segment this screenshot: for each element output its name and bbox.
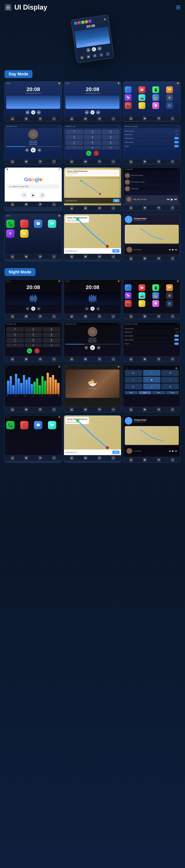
day-bt-call-nav-2[interactable]: ☎ bbox=[84, 160, 87, 163]
night-apps-nav-3[interactable]: 🗺 bbox=[157, 314, 161, 318]
day-toggle-auto-answer[interactable] bbox=[174, 137, 179, 139]
hero-app-icon-3[interactable] bbox=[81, 21, 85, 24]
day-nav-item-2b[interactable]: ☎ bbox=[84, 117, 87, 121]
night-nav-item-2a[interactable]: 📻 bbox=[70, 314, 74, 318]
day-toggle-power[interactable] bbox=[174, 145, 179, 147]
night-nav-nav-2[interactable]: ☎ bbox=[143, 458, 147, 462]
day-map-nav-4[interactable]: ⚙ bbox=[111, 206, 115, 210]
night-next-1[interactable]: ⏭ bbox=[37, 307, 41, 311]
day-dial-hash[interactable]: # bbox=[102, 146, 120, 150]
day-dial-7[interactable]: 7PQRS bbox=[65, 141, 83, 145]
night-apps-nav-1[interactable]: 📻 bbox=[129, 314, 133, 318]
night-food-nav-1[interactable]: 📻 bbox=[70, 408, 74, 411]
night-carplay-nav-1[interactable]: 📻 bbox=[10, 456, 14, 460]
night-arrow-right[interactable]: → bbox=[161, 377, 179, 383]
day-go-button[interactable]: GO bbox=[113, 199, 120, 202]
night-carplay-nav-3[interactable]: 🗺 bbox=[38, 456, 42, 460]
night-app-icon-2[interactable]: ☎ bbox=[138, 284, 146, 291]
menu-icon[interactable] bbox=[4, 4, 12, 11]
hero-next-btn[interactable]: ⏭ bbox=[97, 46, 102, 51]
night-arrow-down-right[interactable]: ↘ bbox=[161, 383, 179, 390]
app-icon-3[interactable]: 📱 bbox=[152, 86, 159, 93]
night-app-icon-10[interactable]: ⭐ bbox=[138, 300, 146, 307]
carplay-app-phone[interactable]: 📞 bbox=[6, 220, 15, 228]
night-app-icon-4[interactable]: 🗺 bbox=[166, 284, 173, 291]
day-dial-3[interactable]: 3DEF bbox=[102, 129, 120, 134]
night-call-btn[interactable]: 📞 bbox=[27, 348, 32, 353]
night-nav-nav-3[interactable]: 🗺 bbox=[157, 458, 161, 462]
night-nav-btn-1[interactable]: Blue bbox=[125, 391, 138, 394]
night-bt-settings-nav-4[interactable]: ⚙ bbox=[171, 357, 175, 361]
day-social-nav-1[interactable]: 📻 bbox=[129, 206, 133, 210]
night-dial-8[interactable]: 8TUV bbox=[25, 338, 42, 343]
hero-nav-4[interactable]: ⚙ bbox=[100, 53, 103, 57]
day-bt-settings-nav-2[interactable]: ☎ bbox=[143, 160, 147, 163]
day-bt-settings-nav-4[interactable]: ⚙ bbox=[171, 160, 175, 163]
day-nav-item-1b[interactable]: ☎ bbox=[24, 117, 28, 121]
day-play-1[interactable]: ⏸ bbox=[31, 110, 35, 115]
night-carplay-nav-4[interactable]: ⚙ bbox=[52, 456, 56, 460]
day-bt-settings-close[interactable]: ✕ bbox=[178, 126, 179, 127]
day-nav-apps-3[interactable]: 🗺 bbox=[157, 117, 161, 120]
carplay-app-music[interactable]: 🎵 bbox=[20, 220, 28, 228]
night-app-icon-5[interactable]: 📡 bbox=[125, 292, 132, 299]
day-social-prev[interactable]: ⏮ bbox=[167, 197, 170, 201]
night-dial-7[interactable]: 7PQRS bbox=[6, 338, 24, 343]
night-map-nav-4[interactable]: ⚙ bbox=[111, 456, 115, 460]
night-bt-settings-nav-1[interactable]: 📻 bbox=[129, 357, 133, 361]
day-nav-item-1c[interactable]: 🗺 bbox=[38, 117, 42, 121]
night-wave-nav-2[interactable]: ☎ bbox=[24, 408, 28, 411]
night-music-next[interactable]: ⏭ bbox=[97, 346, 101, 349]
day-social-play[interactable]: ▶ bbox=[171, 197, 173, 201]
day-nav-apps-4[interactable]: ⚙ bbox=[171, 117, 175, 120]
day-social-next[interactable]: ⏭ bbox=[174, 197, 177, 201]
night-nav-arrows-nav-3[interactable]: 🗺 bbox=[157, 408, 161, 411]
day-bt-music-nav-4[interactable]: ⚙ bbox=[52, 160, 56, 163]
carplay-nav-nav-2[interactable]: ☎ bbox=[143, 256, 147, 260]
night-mini-play[interactable]: ▶ bbox=[172, 450, 174, 452]
night-bt-music-nav-1[interactable]: 📻 bbox=[70, 357, 74, 361]
day-dial-6[interactable]: 6MNO bbox=[102, 135, 120, 140]
google-shortcut-2[interactable]: ▶ bbox=[30, 192, 36, 198]
night-music-prev[interactable]: ⏮ bbox=[84, 346, 88, 349]
day-social-item-1[interactable]: 🎵 华东_抖音_hits.mp3 bbox=[125, 172, 179, 179]
app-icon-1[interactable]: 🎵 bbox=[125, 86, 132, 93]
night-bt-music-nav-4[interactable]: ⚙ bbox=[111, 357, 115, 361]
night-app-icon-6[interactable]: 🚗 bbox=[138, 292, 146, 299]
day-hangup-btn[interactable]: 📵 bbox=[94, 151, 99, 156]
day-social-nav-4[interactable]: ⚙ bbox=[171, 206, 175, 210]
night-bt-call-close[interactable]: ✕ bbox=[59, 323, 60, 325]
app-icon-5[interactable]: 📡 bbox=[125, 94, 132, 101]
day-map-nav-2[interactable]: ☎ bbox=[84, 206, 87, 210]
carplay-app-maps[interactable]: 🗺 bbox=[48, 220, 56, 228]
app-icon-4[interactable]: 🗺 bbox=[166, 86, 173, 93]
night-bt-music-nav-2[interactable]: ☎ bbox=[84, 357, 87, 361]
carplay-nav-nav-1[interactable]: 📻 bbox=[129, 256, 133, 260]
day-nav-item-2a[interactable]: 📻 bbox=[70, 117, 74, 121]
carplay-nav-nav-4[interactable]: ⚙ bbox=[171, 256, 175, 260]
hero-play-btn[interactable]: ⏸ bbox=[91, 47, 96, 52]
day-nav-apps-1[interactable]: 📻 bbox=[129, 117, 133, 120]
night-dial-3[interactable]: 3DEF bbox=[43, 327, 60, 332]
night-toggle-auto-answer[interactable] bbox=[174, 335, 179, 337]
hero-app-icon-5[interactable] bbox=[88, 20, 92, 23]
day-play-2[interactable]: ⏸ bbox=[90, 110, 95, 115]
day-social-close[interactable]: ✕ bbox=[178, 168, 179, 170]
night-arrow-left[interactable]: ← bbox=[125, 377, 142, 383]
carplay-nav-1[interactable]: 📻 bbox=[10, 255, 14, 258]
day-nav-apps-2[interactable]: ☎ bbox=[143, 117, 147, 120]
carplay-app-podcasts[interactable]: 🎙 bbox=[6, 229, 15, 238]
night-nav-item-1c[interactable]: 🗺 bbox=[38, 314, 42, 318]
hero-nav-3[interactable]: 🗺 bbox=[93, 54, 97, 58]
night-food-nav-2[interactable]: ☎ bbox=[84, 408, 87, 411]
night-app-icon-9[interactable]: 🎬 bbox=[125, 300, 132, 307]
day-prev-1[interactable]: ⏮ bbox=[25, 110, 30, 115]
hero-nav-2[interactable]: ☎ bbox=[86, 55, 90, 59]
night-nav-btn-3[interactable]: Sky bbox=[152, 391, 165, 394]
day-next-1[interactable]: ⏭ bbox=[37, 110, 41, 115]
night-nav-nav-4[interactable]: ⚙ bbox=[171, 458, 175, 462]
night-dial-hash[interactable]: # bbox=[43, 343, 60, 347]
hero-app-icon-4[interactable] bbox=[85, 20, 88, 24]
night-app-icon-11[interactable]: 💬 bbox=[152, 300, 159, 307]
night-bt-settings-nav-2[interactable]: ☎ bbox=[143, 357, 147, 361]
